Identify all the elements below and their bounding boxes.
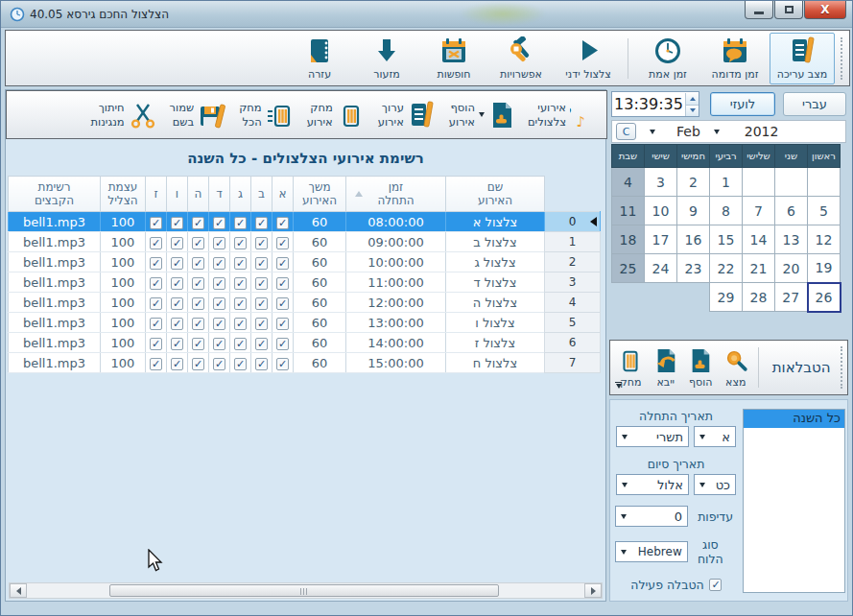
hebrew-calendar-button[interactable]: עברי — [783, 92, 846, 116]
add-event-button[interactable]: הוסף אירוע — [447, 94, 517, 136]
row-number-cell[interactable]: 0 — [545, 212, 601, 232]
day-checkbox[interactable] — [255, 338, 268, 350]
column-header-day-sun[interactable]: א — [272, 177, 294, 212]
day-checkbox[interactable] — [192, 277, 204, 290]
gregorian-calendar-button[interactable]: לועזי — [710, 92, 775, 116]
column-header-day-wed[interactable]: ד — [209, 177, 230, 212]
calendar-day-cell[interactable]: 6 — [775, 197, 808, 225]
calendar-day-cell[interactable]: 16 — [677, 225, 710, 254]
day-checkbox[interactable] — [171, 358, 183, 370]
day-checkbox[interactable] — [234, 318, 247, 330]
calendar-day-cell[interactable]: 18 — [612, 225, 645, 254]
volume-cell[interactable]: 100 — [101, 293, 146, 313]
day-checkbox[interactable] — [213, 237, 225, 249]
table-row[interactable]: 7צלצול ח15:00:0060100bell1.mp3 — [9, 353, 601, 373]
bell-events-button[interactable]: ♪ ♪ אירועי צלצולים — [526, 94, 601, 136]
volume-cell[interactable]: 100 — [101, 272, 146, 293]
day-checkbox-cell[interactable] — [188, 232, 209, 252]
duration-cell[interactable]: 60 — [294, 313, 346, 333]
day-checkbox-cell[interactable] — [209, 353, 230, 373]
event-name-cell[interactable]: צלצול ח — [446, 353, 545, 373]
day-checkbox-cell[interactable] — [230, 313, 251, 333]
table-active-checkbox[interactable] — [709, 579, 722, 591]
minimize-window-button[interactable] — [745, 1, 773, 19]
calendar-day-cell[interactable]: 3 — [645, 168, 677, 197]
day-checkbox-cell[interactable] — [230, 293, 251, 313]
event-name-cell[interactable]: צלצול ו — [446, 313, 545, 333]
start-time-cell[interactable]: 11:00:00 — [346, 272, 446, 293]
day-checkbox-cell[interactable] — [251, 252, 272, 272]
day-checkbox[interactable] — [213, 297, 225, 310]
row-number-cell[interactable]: 2 — [545, 252, 601, 272]
day-checkbox-cell[interactable] — [272, 293, 294, 313]
day-checkbox[interactable] — [255, 217, 268, 229]
scrollbar-thumb[interactable] — [109, 584, 499, 597]
volume-cell[interactable]: 100 — [101, 313, 146, 333]
day-checkbox-cell[interactable] — [230, 232, 251, 252]
day-checkbox-cell[interactable] — [146, 313, 167, 333]
file-cell[interactable]: bell1.mp3 — [9, 313, 101, 333]
event-name-cell[interactable]: צלצול ד — [446, 272, 545, 293]
day-checkbox-cell[interactable] — [167, 252, 188, 272]
calendar-day-cell[interactable]: 1 — [710, 168, 743, 197]
spin-down-button[interactable] — [686, 105, 699, 116]
calendar-day-cell[interactable]: 27 — [775, 283, 808, 312]
event-name-cell[interactable]: צלצול ג — [446, 252, 545, 272]
calendar-day-cell[interactable]: 4 — [612, 168, 645, 197]
minimize-app-button[interactable]: מזעור — [354, 33, 419, 84]
day-checkbox[interactable] — [150, 358, 162, 370]
day-checkbox-cell[interactable] — [188, 353, 209, 373]
duration-cell[interactable]: 60 — [294, 353, 346, 373]
row-number-cell[interactable]: 6 — [545, 333, 601, 353]
edit-event-button[interactable]: ערוך אירוע — [376, 94, 438, 136]
year-value[interactable]: 2012 — [745, 124, 779, 139]
file-cell[interactable]: bell1.mp3 — [9, 333, 101, 353]
day-checkbox-cell[interactable] — [146, 272, 167, 293]
table-row[interactable]: 3צלצול ד11:00:0060100bell1.mp3 — [9, 272, 601, 293]
day-checkbox[interactable] — [255, 358, 268, 370]
file-cell[interactable]: bell1.mp3 — [9, 252, 101, 272]
start-time-cell[interactable]: 08:00:00 — [346, 212, 446, 232]
volume-cell[interactable]: 100 — [101, 353, 146, 373]
duration-cell[interactable]: 60 — [294, 333, 346, 353]
day-checkbox[interactable] — [276, 237, 289, 249]
day-checkbox[interactable] — [171, 338, 183, 350]
calendar-day-cell[interactable]: 23 — [677, 254, 710, 283]
edit-mode-button[interactable]: מצב עריכה — [770, 33, 835, 84]
calendar-day-cell[interactable]: 13 — [775, 225, 808, 254]
column-header-volume[interactable]: עצמת הצליל — [101, 177, 146, 212]
dropdown-icon[interactable] — [617, 483, 631, 487]
day-checkbox[interactable] — [171, 237, 183, 249]
spin-up-button[interactable] — [686, 93, 699, 105]
day-checkbox-cell[interactable] — [146, 293, 167, 313]
add-table-button[interactable]: הוסף — [683, 347, 718, 389]
file-cell[interactable]: bell1.mp3 — [9, 293, 101, 313]
day-checkbox-cell[interactable] — [251, 353, 272, 373]
day-checkbox[interactable] — [255, 297, 268, 310]
calendar-day-cell[interactable]: 29 — [710, 283, 743, 312]
column-header-day-tue[interactable]: ג — [230, 177, 251, 212]
real-time-button[interactable]: זמן אמת — [635, 33, 700, 84]
dropdown-icon[interactable] — [616, 514, 630, 519]
column-header-day-fri[interactable]: ו — [167, 177, 188, 212]
month-dropdown-icon[interactable] — [650, 130, 655, 134]
dropdown-icon[interactable] — [616, 550, 630, 555]
day-checkbox[interactable] — [150, 237, 162, 249]
day-checkbox-cell[interactable] — [209, 272, 230, 293]
day-checkbox-cell[interactable] — [230, 353, 251, 373]
c-button[interactable]: C — [616, 123, 636, 140]
file-cell[interactable]: bell1.mp3 — [9, 272, 101, 293]
find-table-button[interactable]: מצא — [718, 347, 752, 389]
day-checkbox-cell[interactable] — [188, 212, 209, 232]
simulated-time-button[interactable]: זמן מדומה — [702, 33, 768, 84]
row-number-cell[interactable]: 5 — [545, 313, 601, 333]
toolbar-overflow-button[interactable] — [612, 378, 625, 392]
day-checkbox[interactable] — [150, 318, 162, 330]
event-name-cell[interactable]: צלצול ב — [446, 232, 545, 252]
day-checkbox[interactable] — [213, 217, 225, 229]
day-checkbox[interactable] — [213, 358, 225, 370]
calendar-day-cell[interactable]: 10 — [645, 197, 677, 225]
day-checkbox-cell[interactable] — [230, 272, 251, 293]
scrollbar-track[interactable] — [27, 583, 584, 598]
time-field[interactable]: 13:39:35 — [611, 91, 699, 117]
